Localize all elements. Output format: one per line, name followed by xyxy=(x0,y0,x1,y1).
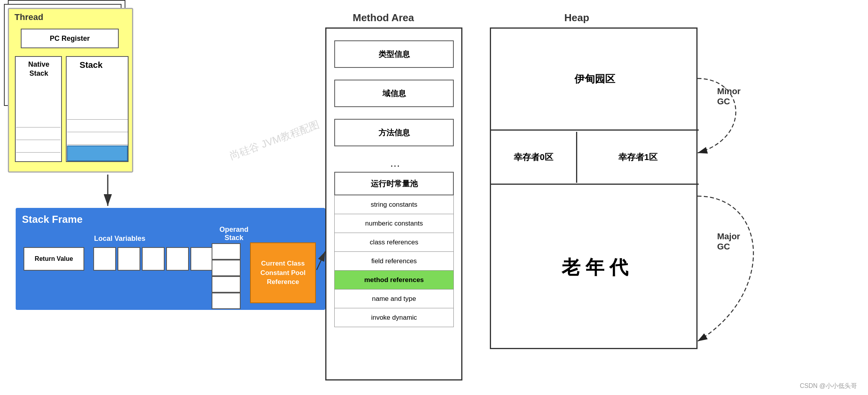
ma-row-3: field references xyxy=(334,252,454,271)
stack-frame-title: Stack Frame xyxy=(22,213,319,226)
major-gc-label: MajorGC xyxy=(717,231,740,252)
ma-method-info: 方法信息 xyxy=(334,119,454,146)
lv-cell-3 xyxy=(142,247,165,271)
ma-field-info: 域信息 xyxy=(334,80,454,107)
ma-type-info: 类型信息 xyxy=(334,40,454,68)
ma-runtime-pool: 运行时常量池 xyxy=(334,172,454,195)
survivor1-box: 幸存者1区 xyxy=(577,132,699,183)
native-stack-label: NativeStack xyxy=(18,60,60,78)
stack-row-3 xyxy=(67,132,128,145)
lv-cell-4 xyxy=(166,247,189,271)
cc-ref-box: Current ClassConstant PoolReference xyxy=(250,242,316,303)
ma-row-1: numberic constants xyxy=(334,214,454,233)
return-value-box: Return Value xyxy=(24,247,84,271)
ma-row-6: invoke dynamic xyxy=(334,308,454,327)
minor-gc-label: MinorGC xyxy=(717,86,741,107)
operand-cell-1 xyxy=(212,243,241,260)
method-area-title: Method Area xyxy=(353,12,414,24)
thread-label: Thread xyxy=(14,12,43,22)
operand-cell-2 xyxy=(212,260,241,276)
ma-dots: ... xyxy=(326,156,464,169)
native-row-2 xyxy=(16,127,60,140)
ma-row-0: string constants xyxy=(334,195,454,214)
lv-cell-2 xyxy=(118,247,140,271)
operand-cell-4 xyxy=(212,293,241,309)
operand-cell-3 xyxy=(212,276,241,293)
thread-box: Thread PC Register NativeStack Stack xyxy=(8,8,133,173)
ma-row-2: class references xyxy=(334,233,454,252)
csdn-credit: CSDN @小小低头哥 xyxy=(800,382,857,390)
eden-box: 伊甸园区 xyxy=(491,29,699,131)
diagram-container: Thread PC Register NativeStack Stack Sta… xyxy=(0,0,868,395)
operand-stack-label: OperandStack xyxy=(219,226,248,242)
native-row-3 xyxy=(16,140,60,153)
old-gen-box: 老 年 代 xyxy=(491,184,699,350)
lv-cell-1 xyxy=(93,247,116,271)
stack-row-blue xyxy=(67,146,128,161)
ma-row-5: name and type xyxy=(334,289,454,308)
method-area-container: 类型信息 域信息 方法信息 ... 运行时常量池 string constant… xyxy=(325,27,462,380)
heap-container: 伊甸园区 幸存者0区 幸存者1区 老 年 代 xyxy=(490,27,698,349)
ma-row-4: method references xyxy=(334,271,454,289)
stack-label: Stack xyxy=(80,60,103,70)
pc-register: PC Register xyxy=(21,29,119,48)
watermark: 尚硅谷 JVM教程配图 xyxy=(228,118,321,163)
native-row-1 xyxy=(16,115,60,127)
stack-frame-container: Stack Frame Return Value Local Variables… xyxy=(16,208,325,310)
heap-title: Heap xyxy=(564,12,589,24)
stack-row-1 xyxy=(67,107,128,120)
lv-cell-5 xyxy=(190,247,213,271)
survivor0-box: 幸存者0区 xyxy=(491,132,577,183)
stack-row-2 xyxy=(67,120,128,132)
local-variables-label: Local Variables xyxy=(94,235,145,243)
